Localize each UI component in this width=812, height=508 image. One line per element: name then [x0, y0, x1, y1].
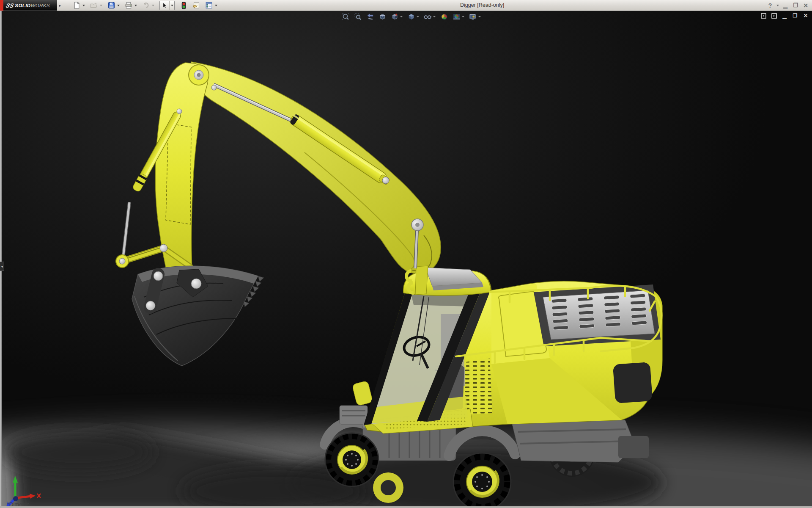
brand-bold: SOLID	[15, 3, 30, 8]
excavator-body[interactable]	[352, 266, 662, 433]
traffic-light-icon	[181, 2, 186, 9]
hide-show-items-button[interactable]	[423, 12, 432, 21]
help-dropdown[interactable]	[776, 5, 779, 6]
shaded-cube-icon	[408, 13, 415, 20]
close-document-button[interactable]: ✕	[802, 12, 809, 19]
rear-wheel[interactable]	[453, 453, 511, 508]
undo-arrow-icon	[142, 2, 150, 9]
screen-edge-red-strip	[0, 0, 3, 11]
scene-sphere-icon	[453, 13, 460, 20]
hide-show-items-dropdown[interactable]	[432, 12, 436, 21]
open-button[interactable]	[89, 1, 99, 10]
excavator-arm[interactable]	[116, 62, 441, 366]
pane-toggle-right-button[interactable]	[771, 12, 777, 19]
restore-button[interactable]: ❐	[792, 2, 799, 9]
checklist-icon	[205, 2, 213, 9]
previous-view-button[interactable]	[365, 12, 375, 21]
pane-right-icon	[771, 13, 777, 19]
undo-button[interactable]	[141, 1, 151, 10]
graphics-area[interactable]: ▁ ❐ ✕ ◂ *Dimetric	[0, 11, 812, 508]
zoom-to-area-button[interactable]	[353, 12, 362, 21]
display-style-button[interactable]	[406, 12, 416, 21]
select-dropdown[interactable]	[170, 1, 174, 10]
printer-icon	[125, 2, 132, 9]
options-button[interactable]	[204, 1, 214, 10]
document-window-controls: ▁ ❐ ✕	[760, 12, 809, 19]
window-title: Digger [Read-only]	[460, 2, 504, 8]
view-cube-icon	[391, 13, 398, 20]
view-settings-button[interactable]	[468, 12, 477, 21]
pane-left-icon	[761, 13, 766, 19]
print-button[interactable]	[124, 1, 133, 10]
save-dropdown[interactable]	[116, 1, 121, 10]
solidworks-logo: ЗS SOLIDWORKS	[3, 0, 57, 11]
section-view-button[interactable]	[378, 12, 387, 21]
new-document-dropdown[interactable]	[81, 1, 86, 10]
minimize-document-button[interactable]: ▁	[781, 12, 788, 19]
note-hand-icon	[192, 2, 200, 9]
headsup-view-toolbar	[341, 12, 482, 21]
engine-grill	[534, 284, 661, 346]
pane-toggle-left-button[interactable]	[760, 12, 767, 19]
restore-document-button[interactable]: ❐	[792, 12, 798, 19]
window-controls: ? ▁ ❐ ✕	[766, 0, 809, 11]
menu-expand-arrow-icon[interactable]: ▸	[58, 2, 62, 9]
apply-scene-dropdown[interactable]	[461, 12, 465, 21]
window-bottom-edge	[0, 506, 812, 508]
view-settings-icon	[469, 13, 477, 20]
color-sphere-icon	[441, 13, 448, 20]
save-button[interactable]	[107, 1, 116, 10]
folder-icon	[90, 2, 98, 9]
view-settings-dropdown[interactable]	[477, 12, 482, 21]
close-button[interactable]: ✕	[802, 2, 809, 9]
view-orientation-dropdown[interactable]	[399, 12, 403, 21]
back-arrow-icon	[367, 13, 374, 20]
glasses-icon	[424, 13, 431, 20]
viewport-3d-model[interactable]	[0, 11, 812, 508]
menu-bar-toolbar	[72, 1, 218, 10]
open-dropdown[interactable]	[99, 1, 103, 10]
brand-light: WORKS	[30, 3, 49, 8]
display-style-dropdown[interactable]	[416, 12, 420, 21]
view-orientation-button[interactable]	[390, 12, 399, 21]
options-dropdown[interactable]	[214, 1, 218, 10]
solidworks-logo-glyph: ЗS	[5, 2, 14, 9]
section-cube-icon	[379, 13, 386, 20]
print-dropdown[interactable]	[133, 1, 138, 10]
front-wheel[interactable]	[325, 433, 379, 486]
excavator-bucket[interactable]	[132, 266, 264, 366]
title-bar: ЗS SOLIDWORKS ▸	[0, 0, 812, 11]
panel-collapse-arrow-icon[interactable]: ◂	[0, 262, 4, 271]
edit-appearance-button[interactable]	[439, 12, 449, 21]
undo-dropdown[interactable]	[151, 1, 155, 10]
floppy-icon	[108, 2, 115, 9]
cursor-icon	[162, 2, 168, 9]
panel-splitter[interactable]	[0, 11, 2, 508]
select-button[interactable]	[160, 1, 170, 10]
help-button[interactable]: ?	[766, 2, 774, 9]
rebuild-button[interactable]	[179, 1, 188, 10]
file-properties-button[interactable]	[192, 1, 201, 10]
magnifier-area-icon	[354, 13, 362, 20]
select-tool-group	[159, 1, 175, 10]
zoom-to-fit-button[interactable]	[341, 12, 350, 21]
new-document-button[interactable]	[72, 1, 81, 10]
magnifier-icon	[342, 13, 349, 20]
page-icon	[73, 2, 80, 9]
minimize-button[interactable]: ▁	[782, 2, 789, 9]
apply-scene-button[interactable]	[452, 12, 461, 21]
